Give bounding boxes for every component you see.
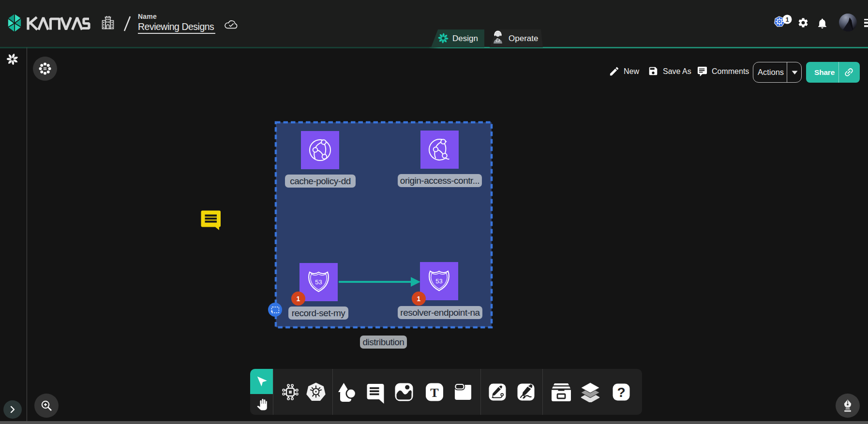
svg-text:53: 53 — [315, 278, 322, 286]
svg-text:53: 53 — [435, 278, 442, 285]
svg-text:T: T — [430, 386, 438, 400]
svg-text:1: 1 — [785, 16, 789, 23]
svg-text:?: ? — [617, 385, 625, 400]
